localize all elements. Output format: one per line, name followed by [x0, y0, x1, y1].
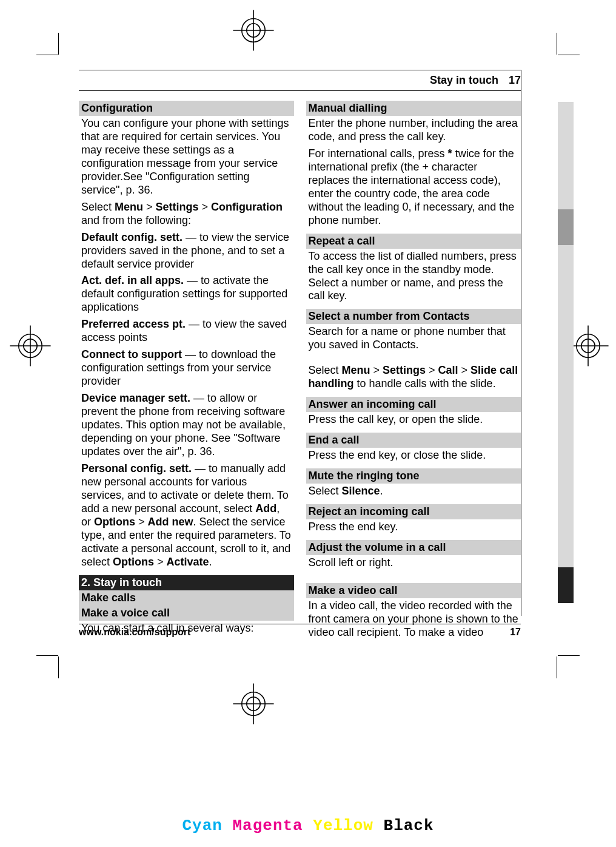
answer-call-heading: Answer an incoming call: [306, 397, 521, 412]
default-config-sett: Default config. sett. — to view the serv…: [79, 230, 294, 274]
video-call-heading: Make a video call: [306, 583, 521, 598]
preferred-access-pt: Preferred access pt. — to view the saved…: [79, 317, 294, 347]
select-number-heading: Select a number from Contacts: [306, 309, 521, 324]
mute-tone-text: Select Silence.: [306, 484, 521, 501]
connect-to-support: Connect to support — to download the con…: [79, 347, 294, 391]
repeat-call-text: To access the list of dialled numbers, p…: [306, 249, 521, 306]
make-voice-call-heading: Make a voice call: [79, 606, 294, 621]
personal-config-sett: Personal config. sett. — to manually add…: [79, 461, 294, 572]
configuration-intro: You can configure your phone with settin…: [79, 116, 294, 200]
right-column: Manual dialling Enter the phone number, …: [306, 97, 521, 642]
header-page: 17: [509, 74, 521, 86]
mute-tone-heading: Mute the ringing tone: [306, 468, 521, 484]
header-section: Stay in touch: [430, 74, 498, 86]
manual-dialling-heading: Manual dialling: [306, 101, 521, 116]
repeat-call-heading: Repeat a call: [306, 234, 521, 249]
answer-call-text: Press the call key, or open the slide.: [306, 412, 521, 429]
chapter-heading: 2. Stay in touch: [79, 575, 294, 590]
registration-mark-icon: [6, 322, 55, 370]
configuration-select: Select Menu > Settings > Configuration a…: [79, 200, 294, 230]
configuration-heading: Configuration: [79, 101, 294, 116]
page-footer: www.nokia.com/support 17: [79, 624, 521, 638]
manual-dialling-p2: For international calls, press * twice f…: [306, 146, 521, 230]
end-call-text: Press the end key, or close the slide.: [306, 448, 521, 465]
end-call-heading: End a call: [306, 433, 521, 448]
adjust-volume-text: Scroll left or right.: [306, 555, 521, 572]
thumb-tabs: [558, 102, 574, 603]
manual-dialling-p1: Enter the phone number, including the ar…: [306, 116, 521, 146]
page-header: Stay in touch 17: [79, 70, 521, 91]
footer-page: 17: [510, 627, 521, 638]
reject-call-heading: Reject an incoming call: [306, 504, 521, 519]
page-body: Stay in touch 17 Configuration You can c…: [79, 70, 521, 616]
registration-mark-icon: [229, 680, 278, 728]
select-number-text: Search for a name or phone number that y…: [306, 324, 521, 354]
footer-url: www.nokia.com/support: [79, 627, 190, 638]
registration-mark-icon: [229, 6, 278, 55]
left-column: Configuration You can configure your pho…: [79, 97, 294, 642]
act-def-in-all-apps: Act. def. in all apps. — to activate the…: [79, 273, 294, 317]
slide-call-handling: Select Menu > Settings > Call > Slide ca…: [306, 363, 521, 393]
make-calls-heading: Make calls: [79, 590, 294, 606]
reject-call-text: Press the end key.: [306, 519, 521, 536]
adjust-volume-heading: Adjust the volume in a call: [306, 540, 521, 555]
cmyk-bar: Cyan Magenta Yellow Black: [0, 817, 616, 835]
device-manager-sett: Device manager sett. — to allow or preve…: [79, 391, 294, 461]
